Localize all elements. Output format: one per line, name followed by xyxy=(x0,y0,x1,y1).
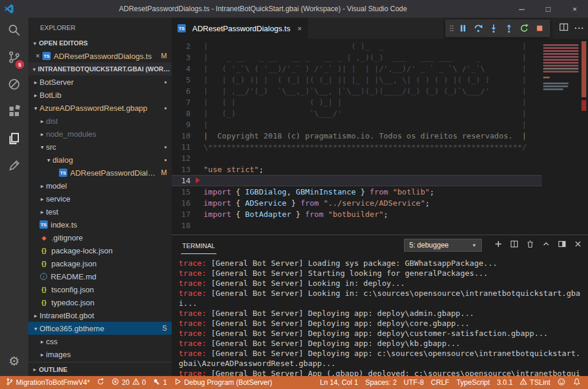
line-number[interactable]: 11 xyxy=(172,141,195,153)
tree-item-test[interactable]: ▸test xyxy=(28,205,172,218)
step-out-button[interactable] xyxy=(501,21,517,36)
tree-item-botserver[interactable]: ▸BotServer● xyxy=(28,75,172,88)
typescript-file-icon: TS xyxy=(40,220,48,229)
minimize-button[interactable]: ─ xyxy=(508,0,535,18)
line-number[interactable]: 15 xyxy=(172,186,195,197)
workspace-header[interactable]: ▾ INTRANETBOTQUICKSTART.GBAI (WORKSPACE) xyxy=(28,62,172,75)
open-editors-header[interactable]: ▾ OPEN EDITORS xyxy=(28,37,172,50)
code-text: import { IGBDialog, GBMinInstance } from… xyxy=(203,186,434,197)
restart-button[interactable] xyxy=(517,21,532,36)
step-into-button[interactable] xyxy=(486,21,501,36)
debug-activity-button[interactable] xyxy=(0,72,28,99)
tree-item-readme-md[interactable]: iREADME.md xyxy=(28,270,172,283)
line-number[interactable]: 16 xyxy=(172,197,195,209)
tree-item-typedoc-json[interactable]: {}typedoc.json xyxy=(28,296,172,309)
encoding-status[interactable]: UTF-8 xyxy=(400,376,428,389)
pause-button[interactable] xyxy=(455,21,471,36)
split-editor-button[interactable] xyxy=(559,22,569,34)
outline-header[interactable]: ▸ OUTLINE xyxy=(28,362,172,376)
minimap-line xyxy=(543,50,579,52)
line-number[interactable]: 9 xyxy=(172,119,195,130)
settings-gear-button[interactable]: ⚙ xyxy=(0,348,28,375)
minimap[interactable] xyxy=(542,39,580,235)
sync-button[interactable] xyxy=(93,376,108,389)
tslint-status[interactable]: TSLint xyxy=(516,376,554,389)
notifications-bell-button[interactable] xyxy=(569,376,584,389)
edit-activity-button[interactable] xyxy=(0,153,28,180)
files-activity-button[interactable] xyxy=(0,126,28,153)
indentation-status[interactable]: Spaces: 2 xyxy=(362,376,400,389)
close-button[interactable]: × xyxy=(561,0,588,18)
tree-item-botlib[interactable]: ▸BotLib xyxy=(28,88,172,101)
cursor-position-status[interactable]: Ln 14, Col 1 xyxy=(316,376,362,389)
close-icon[interactable]: × xyxy=(33,52,42,60)
close-panel-button[interactable] xyxy=(574,240,582,250)
line-number[interactable]: 10 xyxy=(172,130,195,141)
tree-item-adresetpassworddialogs-ts[interactable]: TSADResetPasswordDialogs.tsM xyxy=(28,166,172,179)
tab-terminal[interactable]: TERMINAL xyxy=(181,237,216,254)
tree-item-service[interactable]: ▸service xyxy=(28,192,172,205)
more-actions-button[interactable]: ··· xyxy=(574,24,584,33)
terminal-output[interactable]: trace: [General Bot Server] Loading sys … xyxy=(172,255,588,376)
tree-item-dialog[interactable]: ▾dialog● xyxy=(28,153,172,166)
maximize-panel-chevron-button[interactable] xyxy=(542,240,550,250)
problems-status[interactable]: 20 0 xyxy=(108,376,149,389)
terminal-text: [General Bot Server] Deploying app: depl… xyxy=(211,319,469,328)
gutter-space xyxy=(195,141,203,153)
language-status[interactable]: TypeScript xyxy=(453,376,494,389)
tool-status[interactable]: 1 xyxy=(149,376,170,389)
tree-item-intranetbot-gbot[interactable]: ▸IntranetBot.gbot xyxy=(28,309,172,322)
source-control-activity-button[interactable]: 5 xyxy=(0,45,28,72)
terminal-select[interactable]: 5: debuggee ▼ xyxy=(404,239,482,252)
stop-button[interactable] xyxy=(532,21,547,36)
new-terminal-button[interactable] xyxy=(494,240,502,250)
maximize-button[interactable]: □ xyxy=(535,0,561,18)
tree-item-label: node_modules xyxy=(46,130,96,139)
minimap-line xyxy=(543,85,568,87)
git-branch-status[interactable]: MigrationToBotFmwV4* xyxy=(2,376,93,389)
close-icon[interactable]: × xyxy=(297,24,302,33)
tree-item-label: BotLib xyxy=(40,91,61,100)
tree-item-tsconfig-json[interactable]: {}tsconfig.json xyxy=(28,283,172,296)
line-number[interactable]: 7 xyxy=(172,97,195,108)
tree-item-model[interactable]: ▸model xyxy=(28,179,172,192)
line-number[interactable]: 2 xyxy=(172,41,195,52)
line-number[interactable]: 12 xyxy=(172,153,195,164)
split-terminal-button[interactable] xyxy=(510,240,518,250)
tree-item-index-ts[interactable]: TSindex.ts xyxy=(28,218,172,231)
tab-adresetpassworddialogs[interactable]: TS ADResetPasswordDialogs.ts × xyxy=(172,18,308,39)
tree-item-dist[interactable]: ▸dist xyxy=(28,114,172,127)
extensions-activity-button[interactable] xyxy=(0,99,28,126)
tree-item-office365-gbtheme[interactable]: ▾Office365.gbthemeS xyxy=(28,322,172,335)
line-number[interactable]: 3 xyxy=(172,52,195,63)
line-number[interactable]: 13 xyxy=(172,164,195,175)
line-number[interactable]: 18 xyxy=(172,220,195,231)
editor-scrollbar[interactable] xyxy=(580,39,588,235)
line-number[interactable]: 17 xyxy=(172,209,195,220)
line-number[interactable]: 6 xyxy=(172,85,195,97)
line-number[interactable]: 8 xyxy=(172,108,195,119)
tree-item-node-modules[interactable]: ▸node_modules xyxy=(28,127,172,140)
step-over-button[interactable] xyxy=(471,21,486,36)
tree-item-gitignore[interactable]: ◆.gitignore xyxy=(28,231,172,244)
feedback-smiley-button[interactable] xyxy=(554,376,569,389)
line-number[interactable]: 4 xyxy=(172,63,195,74)
code-editor[interactable]: 2| ( )_ _ |3| _ __ _ __ __ _ __ _ | ,_)(… xyxy=(172,39,588,235)
kill-terminal-trash-button[interactable] xyxy=(526,240,534,250)
tree-item-package-json[interactable]: {}package.json xyxy=(28,257,172,270)
tree-item-css[interactable]: ▸css xyxy=(28,335,172,348)
tree-item-azureadpasswordreset-gbapp[interactable]: ▾AzureADPasswordReset.gbapp● xyxy=(28,101,172,114)
panel-layout-button[interactable] xyxy=(558,240,566,250)
tree-item-package-lock-json[interactable]: {}package-lock.json xyxy=(28,244,172,257)
tree-item-images[interactable]: ▸images xyxy=(28,348,172,361)
drag-grip-icon[interactable] xyxy=(448,21,455,36)
eol-status[interactable]: CRLF xyxy=(428,376,453,389)
debug-program-status[interactable]: Debug Program (BotServer) xyxy=(170,376,275,389)
open-editor-item[interactable]: × TS ADResetPasswordDialogs.ts M xyxy=(28,50,172,62)
line-number[interactable]: 14 xyxy=(172,175,195,186)
error-icon xyxy=(111,378,119,387)
version-status[interactable]: 3.0.1 xyxy=(494,376,517,389)
search-activity-button[interactable] xyxy=(0,18,28,45)
line-number[interactable]: 5 xyxy=(172,74,195,85)
tree-item-src[interactable]: ▾src● xyxy=(28,140,172,153)
